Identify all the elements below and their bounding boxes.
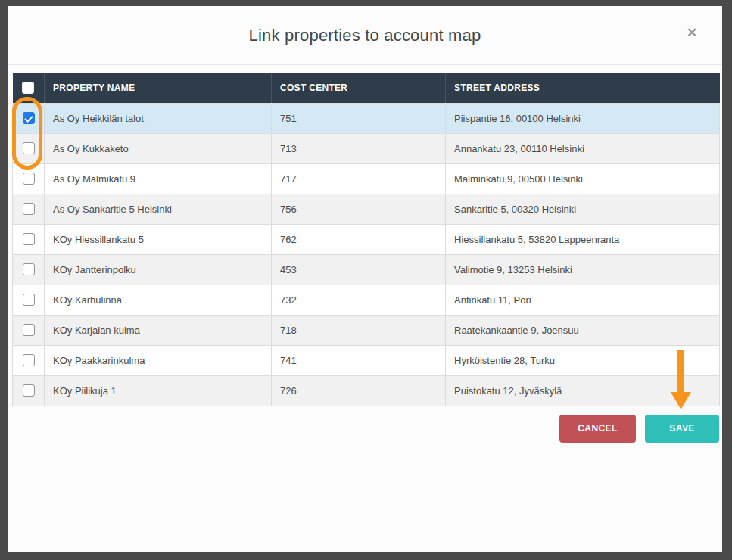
row-checkbox[interactable]	[23, 354, 35, 366]
row-checkbox[interactable]	[23, 294, 35, 306]
close-icon[interactable]: ✕	[684, 24, 700, 41]
row-checkbox[interactable]	[23, 263, 35, 275]
row-checkbox-cell	[13, 254, 45, 285]
modal-dialog: Link properties to account map ✕ PROPERT…	[0, 0, 732, 560]
cost-center-cell: 741	[272, 345, 446, 375]
table-row[interactable]: KOy Jantterinpolku 453 Valimotie 9, 1325…	[13, 254, 720, 285]
row-checkbox[interactable]	[23, 384, 35, 397]
row-checkbox-cell	[13, 194, 45, 224]
cost-center-cell: 713	[272, 133, 446, 163]
row-checkbox-cell	[13, 285, 45, 315]
row-checkbox[interactable]	[23, 233, 35, 245]
row-checkbox-cell	[13, 163, 45, 194]
column-header-street-address: STREET ADDRESS	[446, 73, 720, 103]
row-checkbox-cell	[13, 375, 45, 406]
row-checkbox-cell	[13, 103, 45, 133]
street-address-cell: Antinkatu 11, Pori	[446, 285, 720, 315]
table-row[interactable]: KOy Hiessillankatu 5 762 Hiessillankatu …	[13, 224, 720, 254]
cost-center-cell: 732	[272, 285, 446, 315]
table-row[interactable]: KOy Piilikuja 1 726 Puistokatu 12, Jyväs…	[13, 375, 720, 406]
property-name-cell: KOy Paakkarinkulma	[45, 345, 272, 375]
row-checkbox-cell	[13, 224, 45, 254]
select-all-checkbox[interactable]	[22, 82, 34, 94]
row-checkbox-cell	[13, 133, 45, 163]
table-row[interactable]: KOy Paakkarinkulma 741 Hyrköistentie 28,…	[13, 345, 720, 375]
cost-center-cell: 453	[272, 254, 446, 285]
table-row[interactable]: As Oy Malmikatu 9 717 Malminkatu 9, 0050…	[13, 163, 720, 194]
property-name-cell: As Oy Sankaritie 5 Helsinki	[45, 194, 272, 224]
cost-center-cell: 717	[272, 163, 446, 194]
modal-header: Link properties to account map ✕	[8, 6, 722, 65]
street-address-cell: Malminkatu 9, 00500 Helsinki	[446, 163, 720, 194]
property-name-cell: KOy Jantterinpolku	[45, 254, 272, 285]
row-checkbox-cell	[13, 315, 45, 345]
row-checkbox[interactable]	[23, 324, 35, 336]
row-checkbox[interactable]	[23, 142, 35, 154]
street-address-cell: Annankatu 23, 00110 Helsinki	[446, 133, 720, 163]
street-address-cell: Sankaritie 5, 00320 Helsinki	[446, 194, 720, 224]
row-checkbox[interactable]	[23, 173, 35, 185]
row-checkbox[interactable]	[23, 112, 35, 124]
cancel-button[interactable]: CANCEL	[559, 415, 636, 443]
save-button[interactable]: SAVE	[645, 415, 719, 443]
row-checkbox-cell	[13, 345, 45, 375]
modal-footer: CANCEL SAVE	[8, 415, 719, 443]
street-address-cell: Raatekankaantie 9, Joensuu	[446, 315, 720, 345]
street-address-cell: Piispantie 16, 00100 Helsinki	[446, 103, 720, 133]
table-row[interactable]: As Oy Heikkilän talot 751 Piispantie 16,…	[13, 103, 720, 133]
row-checkbox[interactable]	[23, 203, 35, 215]
cost-center-cell: 718	[272, 315, 446, 345]
property-name-cell: As Oy Kukkaketo	[45, 133, 272, 163]
street-address-cell: Hyrköistentie 28, Turku	[446, 345, 720, 375]
property-name-cell: As Oy Heikkilän talot	[45, 103, 272, 133]
property-name-cell: KOy Hiessillankatu 5	[45, 224, 272, 254]
street-address-cell: Hiessillankatu 5, 53820 Lappeenranta	[446, 224, 720, 254]
table-body: As Oy Heikkilän talot 751 Piispantie 16,…	[13, 103, 720, 406]
property-name-cell: KOy Karjalan kulma	[45, 315, 272, 345]
cost-center-cell: 751	[272, 103, 446, 133]
table-row[interactable]: KOy Karjalan kulma 718 Raatekankaantie 9…	[13, 315, 720, 345]
column-header-property-name: PROPERTY NAME	[45, 73, 272, 103]
cost-center-cell: 726	[272, 375, 446, 406]
street-address-cell: Puistokatu 12, Jyväskylä	[446, 375, 720, 406]
property-name-cell: As Oy Malmikatu 9	[45, 163, 272, 194]
property-name-cell: KOy Piilikuja 1	[45, 375, 272, 406]
property-name-cell: KOy Karhulinna	[45, 285, 272, 315]
table-row[interactable]: As Oy Kukkaketo 713 Annankatu 23, 00110 …	[13, 133, 720, 163]
select-all-header-cell	[13, 73, 45, 103]
table-header: PROPERTY NAME COST CENTER STREET ADDRESS	[13, 73, 720, 103]
street-address-cell: Valimotie 9, 13253 Helsinki	[446, 254, 720, 285]
table-row[interactable]: As Oy Sankaritie 5 Helsinki 756 Sankarit…	[13, 194, 720, 224]
page-title: Link properties to account map	[249, 26, 481, 45]
column-header-cost-center: COST CENTER	[272, 73, 446, 103]
table-container: PROPERTY NAME COST CENTER STREET ADDRESS…	[12, 73, 719, 406]
table-row[interactable]: KOy Karhulinna 732 Antinkatu 11, Pori	[13, 285, 720, 315]
properties-table: PROPERTY NAME COST CENTER STREET ADDRESS…	[12, 73, 720, 406]
cost-center-cell: 756	[272, 194, 446, 224]
cost-center-cell: 762	[272, 224, 446, 254]
